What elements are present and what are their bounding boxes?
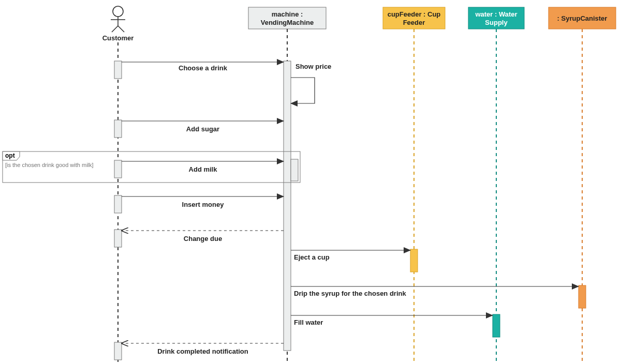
svg-text:: SyrupCanister: : SyrupCanister — [557, 14, 608, 22]
msg-choose-drink-label: Choose a drink — [179, 64, 228, 72]
activation-customer-change — [114, 230, 122, 247]
msg-show-price — [291, 78, 315, 103]
svg-text:Feeder: Feeder — [403, 19, 425, 26]
svg-text:Supply: Supply — [485, 19, 508, 26]
svg-text:VendingMachine: VendingMachine — [261, 19, 314, 26]
activation-syrup — [579, 285, 586, 308]
actor-label: Customer — [102, 34, 134, 42]
svg-text:opt: opt — [5, 152, 15, 159]
svg-text:water : Water: water : Water — [475, 10, 517, 18]
svg-line-4 — [118, 26, 124, 32]
activation-customer-milk — [114, 160, 122, 178]
msg-fill-water-label: Fill water — [294, 318, 323, 326]
activation-water — [493, 314, 500, 337]
fragment-opt: opt [is the chosen drink good with milk]… — [3, 151, 300, 183]
msg-drink-done-label: Drink completed notification — [157, 347, 248, 355]
sequence-diagram: Customer machine : VendingMachine cupFee… — [0, 0, 621, 364]
svg-point-0 — [113, 6, 123, 17]
participant-machine: machine : VendingMachine — [248, 7, 326, 29]
activation-customer-done — [114, 342, 122, 360]
msg-change-due-label: Change due — [184, 235, 222, 242]
participant-cupfeeder: cupFeeder : Cup Feeder — [383, 7, 445, 29]
participant-water: water : Water Supply — [468, 7, 524, 29]
fragment-guard: [is the chosen drink good with milk] — [5, 162, 94, 168]
activation-customer-choose — [114, 61, 122, 79]
msg-show-price-label: Show price — [295, 63, 331, 70]
activation-machine-milk — [291, 159, 298, 181]
activation-customer-sugar — [114, 120, 122, 138]
svg-text:machine :: machine : — [272, 10, 303, 18]
msg-drip-syrup-label: Drip the syrup for the chosen drink — [294, 290, 406, 297]
activation-machine — [284, 61, 291, 351]
participant-syrup: : SyrupCanister — [549, 7, 616, 29]
msg-add-sugar-label: Add sugar — [186, 125, 219, 133]
svg-line-3 — [112, 26, 118, 32]
activation-customer-insert — [114, 195, 122, 213]
activation-cupfeeder — [410, 249, 418, 272]
msg-insert-money-label: Insert money — [182, 201, 225, 208]
actor-customer: Customer — [102, 6, 134, 42]
msg-add-milk-label: Add milk — [189, 165, 218, 173]
svg-text:cupFeeder : Cup: cupFeeder : Cup — [388, 10, 441, 18]
msg-eject-cup-label: Eject a cup — [294, 253, 330, 261]
